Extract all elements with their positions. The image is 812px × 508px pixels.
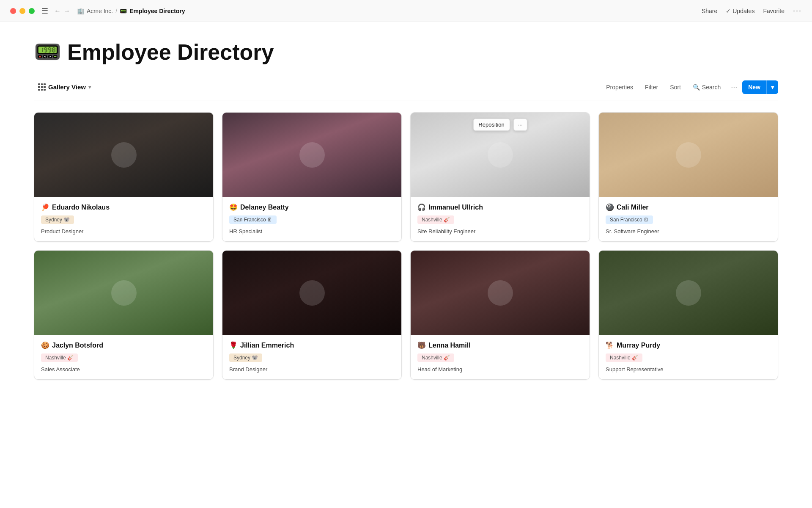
breadcrumb-separator: / [115, 8, 117, 14]
new-button[interactable]: New ▾ [742, 80, 778, 94]
card-role-lenna: Head of Marketing [417, 366, 583, 373]
share-button[interactable]: Share [702, 8, 717, 14]
menu-icon[interactable]: ☰ [41, 6, 48, 16]
person-silhouette-delaney [299, 142, 325, 168]
card-body-immanuel: 🎧 Immanuel Ullrich Nashville 🎸 Site Reli… [411, 197, 590, 241]
card-image-delaney [222, 113, 401, 197]
more-options-button[interactable]: ··· [793, 6, 802, 15]
card-delaney[interactable]: 🤩 Delaney Beatty San Francisco 🗓 HR Spec… [222, 112, 402, 242]
card-name-text-jaclyn: Jaclyn Botsford [52, 342, 103, 349]
org-name[interactable]: Acme Inc. [87, 8, 113, 14]
search-label: Search [702, 84, 721, 91]
properties-button[interactable]: Properties [601, 81, 638, 93]
reposition-overlay: Reposition ··· [473, 119, 527, 131]
card-name-jaclyn: 🍪 Jaclyn Botsford [41, 341, 206, 349]
toolbar: Gallery View ▾ Properties Filter Sort 🔍 … [34, 80, 778, 100]
card-name-text-delaney: Delaney Beatty [240, 204, 289, 211]
page-title: Employee Directory [67, 39, 274, 65]
card-body-delaney: 🤩 Delaney Beatty San Francisco 🗓 HR Spec… [222, 197, 401, 241]
card-name-lenna: 🐻 Lenna Hamill [417, 341, 583, 349]
forward-arrow[interactable]: → [63, 7, 70, 15]
reposition-button[interactable]: Reposition [473, 119, 510, 131]
card-image-cali [599, 113, 778, 197]
card-name-text-murray: Murray Purdy [617, 342, 660, 349]
person-silhouette-immanuel [488, 142, 513, 168]
card-location-lenna[interactable]: Nashville 🎸 [417, 353, 454, 362]
card-emoji-eduardo: 🏓 [41, 203, 49, 211]
page-emoji: 📟 [120, 8, 127, 14]
card-murray[interactable]: 🐕 Murray Purdy Nashville 🎸 Support Repre… [598, 250, 778, 380]
card-location-murray[interactable]: Nashville 🎸 [606, 353, 642, 362]
org-emoji: 🏢 [77, 8, 84, 14]
new-button-chevron: ▾ [766, 80, 778, 94]
gallery-view-chevron: ▾ [88, 84, 91, 90]
card-emoji-jillian: 🌹 [229, 341, 238, 349]
card-image-immanuel: Reposition ··· [411, 113, 590, 197]
gallery-view-button[interactable]: Gallery View ▾ [34, 81, 95, 94]
page-content: 📟 Employee Directory Gallery View ▾ Prop… [0, 22, 812, 397]
toolbar-right: Properties Filter Sort 🔍 Search ··· New … [601, 80, 778, 94]
card-name-murray: 🐕 Murray Purdy [606, 341, 771, 349]
card-location-cali[interactable]: San Francisco 🗓 [606, 215, 653, 224]
card-body-jillian: 🌹 Jillian Emmerich Sydney 🐨 Brand Design… [222, 335, 401, 379]
card-cali[interactable]: 🎱 Cali Miller San Francisco 🗓 Sr. Softwa… [598, 112, 778, 242]
card-location-jaclyn[interactable]: Nashville 🎸 [41, 353, 78, 362]
card-lenna[interactable]: 🐻 Lenna Hamill Nashville 🎸 Head of Marke… [410, 250, 590, 380]
photo-person-murray [599, 251, 778, 335]
card-emoji-jaclyn: 🍪 [41, 341, 49, 349]
favorite-button[interactable]: Favorite [763, 8, 785, 14]
close-button[interactable] [10, 8, 16, 14]
card-jaclyn[interactable]: 🍪 Jaclyn Botsford Nashville 🎸 Sales Asso… [34, 250, 214, 380]
breadcrumb-current: Employee Directory [129, 8, 185, 14]
card-role-jillian: Brand Designer [229, 366, 395, 373]
person-silhouette-cali [676, 142, 701, 168]
card-name-text-jillian: Jillian Emmerich [240, 342, 294, 349]
card-emoji-cali: 🎱 [606, 203, 614, 211]
card-image-lenna [411, 251, 590, 335]
card-body-eduardo: 🏓 Eduardo Nikolaus Sydney 🐨 Product Desi… [34, 197, 213, 241]
gallery-grid: 🏓 Eduardo Nikolaus Sydney 🐨 Product Desi… [34, 112, 778, 380]
person-silhouette-murray [676, 280, 701, 306]
card-body-lenna: 🐻 Lenna Hamill Nashville 🎸 Head of Marke… [411, 335, 590, 379]
gallery-view-label: Gallery View [48, 83, 86, 91]
search-button[interactable]: 🔍 Search [688, 81, 726, 93]
reposition-more-button[interactable]: ··· [513, 119, 527, 131]
card-body-cali: 🎱 Cali Miller San Francisco 🗓 Sr. Softwa… [599, 197, 778, 241]
card-image-jillian [222, 251, 401, 335]
card-location-jillian[interactable]: Sydney 🐨 [229, 353, 262, 362]
card-emoji-lenna: 🐻 [417, 341, 426, 349]
card-eduardo[interactable]: 🏓 Eduardo Nikolaus Sydney 🐨 Product Desi… [34, 112, 214, 242]
card-immanuel[interactable]: Reposition ··· 🎧 Immanuel Ullrich Nashvi… [410, 112, 590, 242]
titlebar-actions: Share ✓ Updates Favorite ··· [702, 6, 802, 15]
person-silhouette-jaclyn [111, 280, 137, 306]
card-location-immanuel[interactable]: Nashville 🎸 [417, 215, 454, 224]
back-arrow[interactable]: ← [54, 7, 61, 15]
maximize-button[interactable] [29, 8, 35, 14]
photo-person-jaclyn [34, 251, 213, 335]
card-body-jaclyn: 🍪 Jaclyn Botsford Nashville 🎸 Sales Asso… [34, 335, 213, 379]
card-jillian[interactable]: 🌹 Jillian Emmerich Sydney 🐨 Brand Design… [222, 250, 402, 380]
photo-person-eduardo [34, 113, 213, 197]
card-emoji-murray: 🐕 [606, 341, 614, 349]
toolbar-more-button[interactable]: ··· [727, 80, 741, 94]
card-body-murray: 🐕 Murray Purdy Nashville 🎸 Support Repre… [599, 335, 778, 379]
card-name-cali: 🎱 Cali Miller [606, 203, 771, 211]
photo-person-jillian [222, 251, 401, 335]
card-name-text-immanuel: Immanuel Ullrich [428, 204, 483, 211]
minimize-button[interactable] [19, 8, 25, 14]
page-title-emoji: 📟 [34, 39, 61, 65]
person-silhouette-lenna [488, 280, 513, 306]
card-emoji-delaney: 🤩 [229, 203, 238, 211]
sort-button[interactable]: Sort [665, 81, 686, 93]
card-role-eduardo: Product Designer [41, 228, 206, 235]
card-name-delaney: 🤩 Delaney Beatty [229, 203, 395, 211]
traffic-lights [10, 8, 35, 14]
updates-button[interactable]: ✓ Updates [726, 8, 754, 14]
card-image-murray [599, 251, 778, 335]
card-location-delaney[interactable]: San Francisco 🗓 [229, 215, 277, 224]
filter-button[interactable]: Filter [640, 81, 663, 93]
card-role-cali: Sr. Software Engineer [606, 228, 771, 235]
new-button-label: New [742, 80, 766, 94]
card-name-jillian: 🌹 Jillian Emmerich [229, 341, 395, 349]
card-location-eduardo[interactable]: Sydney 🐨 [41, 215, 74, 224]
